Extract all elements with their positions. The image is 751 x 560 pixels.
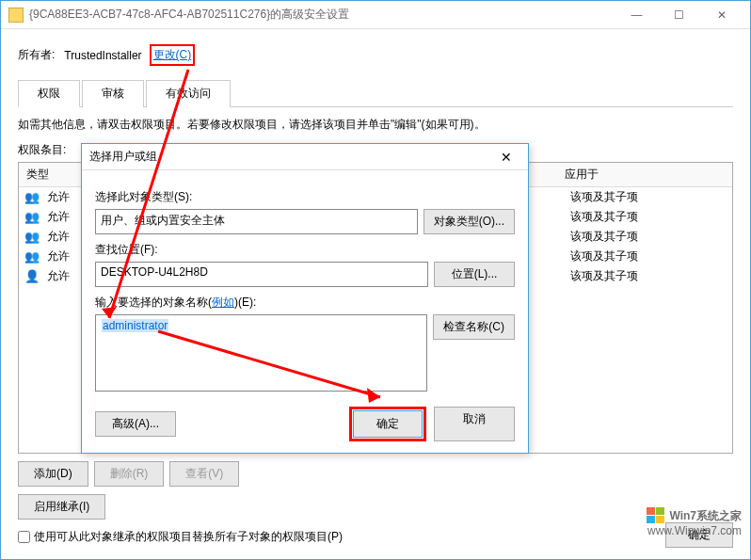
replace-children-checkbox[interactable] — [18, 531, 30, 543]
names-label: 输入要选择的对象名称(例如)(E): — [95, 295, 515, 311]
tab-permissions[interactable]: 权限 — [18, 80, 80, 107]
object-type-button[interactable]: 对象类型(O)... — [423, 209, 515, 234]
owner-row: 所有者: TrustedInstaller 更改(C) — [18, 44, 733, 66]
tab-effective[interactable]: 有效访问 — [146, 80, 231, 107]
titlebar: {9CA88EE3-ACB7-47c8-AFC4-AB702511C276}的高… — [1, 1, 750, 29]
perm-applies: 该项及其子项 — [570, 189, 638, 205]
close-button[interactable]: ✕ — [700, 2, 743, 28]
perm-applies: 该项及其子项 — [570, 248, 638, 264]
dialog-ok-button[interactable]: 确定 — [353, 410, 423, 438]
object-type-label: 选择此对象类型(S): — [95, 189, 515, 205]
names-input[interactable]: administrator — [95, 314, 427, 392]
object-type-field[interactable]: 用户、组或内置安全主体 — [95, 209, 418, 234]
add-button[interactable]: 添加(D) — [18, 461, 88, 487]
remove-button[interactable]: 删除(R) — [94, 461, 165, 487]
select-user-dialog: 选择用户或组 ✕ 选择此对象类型(S): 用户、组或内置安全主体 对象类型(O)… — [81, 143, 529, 454]
maximize-button[interactable]: ☐ — [658, 2, 700, 28]
users-icon — [24, 249, 43, 264]
tab-audit[interactable]: 审核 — [82, 80, 144, 107]
svg-rect-6 — [647, 516, 655, 523]
users-icon — [24, 230, 43, 245]
minimize-button[interactable]: — — [615, 2, 658, 28]
svg-rect-5 — [656, 507, 664, 515]
location-field[interactable]: DESKTOP-U4L2H8D — [95, 262, 428, 287]
dialog-title: 选择用户或组 — [89, 149, 492, 165]
check-names-button[interactable]: 检查名称(C) — [433, 314, 515, 340]
dialog-close-button[interactable]: ✕ — [492, 150, 520, 165]
view-button[interactable]: 查看(V) — [169, 461, 239, 487]
advanced-button[interactable]: 高级(A)... — [95, 411, 176, 437]
col-applies[interactable]: 应用于 — [565, 167, 599, 183]
change-owner-link[interactable]: 更改(C) — [153, 48, 192, 61]
info-text: 如需其他信息，请双击权限项目。若要修改权限项目，请选择该项目并单击"编辑"(如果… — [18, 117, 733, 133]
users-icon — [24, 190, 43, 205]
example-link[interactable]: 例如 — [212, 296, 234, 309]
perm-applies: 该项及其子项 — [570, 268, 638, 284]
windows-logo-icon — [647, 507, 665, 524]
location-button[interactable]: 位置(L)... — [434, 262, 515, 287]
svg-rect-7 — [656, 516, 664, 523]
replace-children-label: 使用可从此对象继承的权限项目替换所有子对象的权限项目(P) — [34, 529, 343, 545]
perm-applies: 该项及其子项 — [570, 229, 638, 245]
names-value: administrator — [102, 319, 168, 332]
window-title: {9CA88EE3-ACB7-47c8-AFC4-AB702511C276}的高… — [29, 7, 615, 23]
tabs: 权限 审核 有效访问 — [18, 79, 733, 107]
user-icon — [24, 269, 43, 284]
owner-value: TrustedInstaller — [64, 49, 141, 62]
location-label: 查找位置(F): — [95, 242, 515, 258]
perm-applies: 该项及其子项 — [570, 209, 638, 225]
col-type[interactable]: 类型 — [26, 167, 83, 183]
folder-icon — [8, 8, 24, 23]
owner-label: 所有者: — [18, 47, 55, 63]
dialog-cancel-button[interactable]: 取消 — [434, 407, 515, 441]
enable-inherit-button[interactable]: 启用继承(I) — [18, 494, 105, 520]
users-icon — [24, 210, 43, 225]
watermark: Win7系统之家 www.Winwin7.com — [647, 507, 742, 537]
svg-rect-4 — [647, 507, 655, 515]
